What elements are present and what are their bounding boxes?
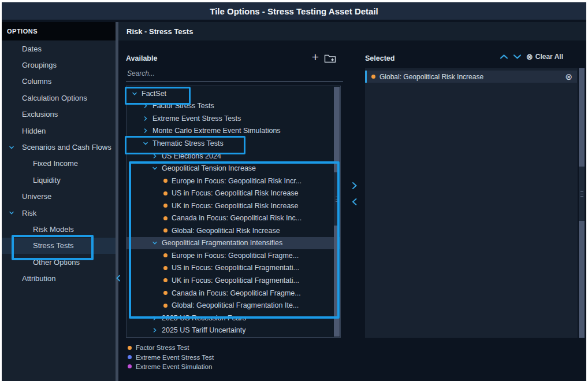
chevron-down-icon[interactable] xyxy=(152,240,158,246)
selected-scrollbar-thumb[interactable] xyxy=(579,167,585,221)
sidebar-item-label: Scenarios and Cash Flows xyxy=(22,143,111,152)
sidebar-item-attribution[interactable]: Attribution xyxy=(2,270,116,286)
sidebar-item-scenarios-and-cash-flows[interactable]: Scenarios and Cash Flows xyxy=(2,139,116,155)
tree-item-label: Europe in Focus: Geopolitical Fragme... xyxy=(172,252,299,260)
sidebar-item-label: Fixed Income xyxy=(33,159,78,168)
legend-label: Extreme Event Stress Test xyxy=(136,354,214,361)
tree-item-factset[interactable]: FactSet xyxy=(126,87,340,100)
sidebar-item-label: Universe xyxy=(22,192,51,201)
move-up-button[interactable] xyxy=(500,54,508,60)
remove-item-icon[interactable]: ⊗ xyxy=(565,72,572,81)
search-input[interactable] xyxy=(126,66,343,82)
tree-item-label: Canada in Focus: Geopolitical Fragme... xyxy=(172,289,301,297)
tree-item-extreme-event-stress-tests[interactable]: Extreme Event Stress Tests xyxy=(126,112,340,125)
sidebar-collapse-handle[interactable] xyxy=(114,273,121,283)
sidebar-item-stress-tests[interactable]: Stress Tests xyxy=(2,238,116,254)
chevron-down-icon[interactable] xyxy=(9,145,14,150)
tree-item-global-geopolitical-risk-increase[interactable]: Global: Geopolitical Risk Increase xyxy=(126,224,340,237)
chevron-down-icon[interactable] xyxy=(143,141,148,146)
sidebar-item-groupings[interactable]: Groupings xyxy=(2,57,116,73)
available-scrollbar[interactable] xyxy=(334,87,340,337)
sidebar-item-label: Hidden xyxy=(22,127,46,135)
tree-item-us-elections-2024[interactable]: US Elections 2024 xyxy=(126,150,340,163)
tree-item-canada-in-focus-geopolitical-risk-inc[interactable]: Canada in Focus: Geopolitical Risk Inc..… xyxy=(126,212,340,224)
tree-item-label: UK in Focus: Geopolitical Fragmentati... xyxy=(172,276,299,285)
stress-test-legend: Factor Stress TestExtreme Event Stress T… xyxy=(128,343,214,371)
move-down-button[interactable] xyxy=(513,54,522,60)
tree-item-us-in-focus-geopolitical-risk-increase[interactable]: US in Focus: Geopolitical Risk Increase xyxy=(126,187,340,200)
sidebar-nav: DatesGroupingsColumnsCalculation Options… xyxy=(2,40,116,287)
selected-item-global-geopolitical-risk-increase[interactable]: Global: Geopolitical Risk Increase⊗ xyxy=(365,71,577,83)
chevron-right-icon[interactable] xyxy=(152,327,158,333)
tree-item-geopolitical-fragmentation-intensifies[interactable]: Geopolitical Fragmentation Intensifies xyxy=(126,237,340,250)
sidebar-item-risk[interactable]: Risk xyxy=(2,205,116,221)
orange-dot-icon xyxy=(163,179,168,183)
main-panel: Risk - Stress Tests Available + FactSetF… xyxy=(118,22,586,381)
tree-item-label: US in Focus: Geopolitical Fragmentati... xyxy=(172,264,299,272)
sidebar-header: OPTIONS xyxy=(2,22,116,40)
sidebar-item-calculation-options[interactable]: Calculation Options xyxy=(2,90,116,106)
chevron-right-icon[interactable] xyxy=(152,153,158,159)
chevron-down-icon[interactable] xyxy=(9,210,14,216)
selected-scrollbar[interactable] xyxy=(579,68,585,338)
legend-item-extreme-event-simulation: Extreme Event Simulation xyxy=(128,362,214,371)
move-left-button[interactable] xyxy=(348,195,360,208)
dialog-titlebar: Tile Options - Stress Testing Asset Deta… xyxy=(2,2,586,20)
sidebar-item-label: Groupings xyxy=(22,61,57,69)
tree-item-europe-in-focus-geopolitical-risk-incr[interactable]: Europe in Focus: Geopolitical Risk Incr.… xyxy=(126,175,340,187)
tree-item-2025-us-tariff-uncertainty[interactable]: 2025 US Tariff Uncertainty xyxy=(126,324,340,337)
move-right-button[interactable] xyxy=(348,179,360,192)
sidebar-item-risk-models[interactable]: Risk Models xyxy=(2,221,116,237)
main-panel-title: Risk - Stress Tests xyxy=(126,27,193,36)
sidebar-item-label: Liquidity xyxy=(33,176,61,184)
tree-item-label: Geopolitical Tension Increase xyxy=(162,164,256,172)
tree-item-monte-carlo-extreme-event-simulations[interactable]: Monte Carlo Extreme Event Simulations xyxy=(126,125,340,138)
sidebar-item-other-options[interactable]: Other Options xyxy=(2,254,116,270)
chevron-down-icon[interactable] xyxy=(132,91,137,97)
available-scrollbar-thumb[interactable] xyxy=(334,172,340,226)
sidebar-item-label: Risk xyxy=(22,209,36,217)
sidebar-item-label: Columns xyxy=(22,77,51,86)
sidebar-item-fixed-income[interactable]: Fixed Income xyxy=(2,156,116,172)
tree-item-uk-in-focus-geopolitical-fragmentati[interactable]: UK in Focus: Geopolitical Fragmentati... xyxy=(126,274,340,287)
legend-dot-icon xyxy=(128,346,132,350)
legend-label: Extreme Event Simulation xyxy=(136,363,212,370)
chevron-right-icon[interactable] xyxy=(152,315,158,321)
chevron-right-icon xyxy=(351,182,358,190)
add-button[interactable]: + xyxy=(309,51,322,64)
sidebar-item-hidden[interactable]: Hidden xyxy=(2,123,116,139)
orange-dot-icon xyxy=(163,278,168,282)
chevron-right-icon[interactable] xyxy=(143,103,148,109)
tree-item-factor-stress-tests[interactable]: Factor Stress Tests xyxy=(126,100,340,113)
tree-item-label: Global: Geopolitical Fragmentation Ite..… xyxy=(172,301,299,309)
chevron-right-icon[interactable] xyxy=(143,116,148,121)
sidebar-item-liquidity[interactable]: Liquidity xyxy=(2,172,116,188)
sidebar-item-exclusions[interactable]: Exclusions xyxy=(2,106,116,123)
tree-item-europe-in-focus-geopolitical-fragme[interactable]: Europe in Focus: Geopolitical Fragme... xyxy=(126,249,340,262)
orange-dot-icon xyxy=(371,75,375,79)
tree-item-us-in-focus-geopolitical-fragmentati[interactable]: US in Focus: Geopolitical Fragmentati... xyxy=(126,262,340,275)
chevron-left-icon xyxy=(351,198,358,206)
tree-item-geopolitical-tension-increase[interactable]: Geopolitical Tension Increase xyxy=(126,162,340,175)
tree-item-uk-in-focus-geopolitical-risk-increase[interactable]: UK in Focus: Geopolitical Risk Increase xyxy=(126,200,340,212)
tree-item-label: Monte Carlo Extreme Event Simulations xyxy=(152,127,281,135)
chevron-right-icon[interactable] xyxy=(143,128,148,134)
main-panel-header: Risk - Stress Tests xyxy=(118,22,586,40)
tree-item-label: UK in Focus: Geopolitical Risk Increase xyxy=(172,202,299,210)
chevron-down-icon[interactable] xyxy=(152,165,158,171)
legend-label: Factor Stress Test xyxy=(136,344,189,351)
chevron-up-icon xyxy=(500,54,508,60)
sidebar-item-universe[interactable]: Universe xyxy=(2,189,116,205)
sidebar-item-dates[interactable]: Dates xyxy=(2,40,116,57)
clear-all-button[interactable]: ⊗ Clear All xyxy=(526,53,563,61)
tree-item-2025-us-recession-fears[interactable]: 2025 US Recession Fears xyxy=(126,312,340,324)
folder-plus-icon xyxy=(324,53,336,63)
add-folder-button[interactable] xyxy=(323,52,337,64)
sidebar-item-columns[interactable]: Columns xyxy=(2,73,116,90)
available-tree: FactSetFactor Stress TestsExtreme Event … xyxy=(126,86,341,338)
tree-item-label: 2025 US Tariff Uncertainty xyxy=(162,326,245,334)
tree-item-canada-in-focus-geopolitical-fragme[interactable]: Canada in Focus: Geopolitical Fragme... xyxy=(126,287,340,300)
tree-item-thematic-stress-tests[interactable]: Thematic Stress Tests xyxy=(126,137,340,150)
tree-item-global-geopolitical-fragmentation-ite[interactable]: Global: Geopolitical Fragmentation Ite..… xyxy=(126,299,340,312)
sidebar-item-label: Calculation Options xyxy=(22,94,87,102)
